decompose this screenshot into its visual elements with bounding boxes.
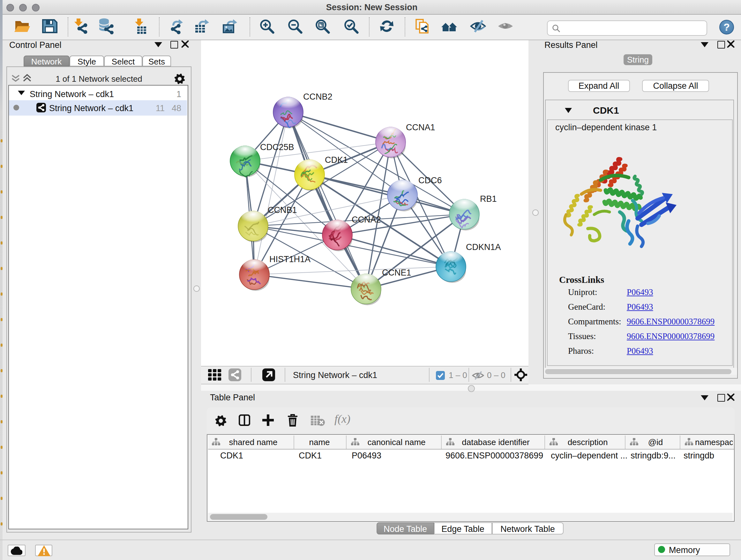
svg-text:CDK1: CDK1 [325,155,348,165]
svg-text:CDC25B: CDC25B [260,142,294,152]
svg-text:CCNA1: CCNA1 [406,122,435,132]
svg-text:CDC6: CDC6 [418,175,442,185]
svg-text:CCNB1: CCNB1 [268,205,297,214]
svg-text:CCNB2: CCNB2 [303,91,333,101]
svg-text:CCNA2: CCNA2 [352,214,381,224]
svg-text:CDKN1A: CDKN1A [466,242,501,252]
svg-text:CCNE1: CCNE1 [382,267,411,277]
svg-text:RB1: RB1 [480,194,497,203]
svg-text:HIST1H1A: HIST1H1A [269,254,311,264]
